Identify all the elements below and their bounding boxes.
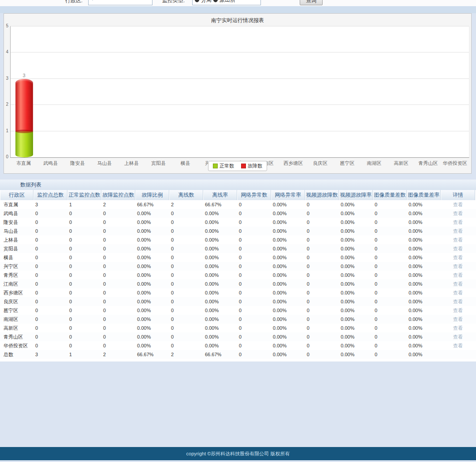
row-name-cell: 总数 [0,350,33,359]
value-cell: 0 [67,235,101,244]
bar-segment-junction [15,130,33,133]
x-axis-label: 武鸣县 [37,160,64,167]
detail-view-link[interactable]: 查看 [453,237,463,242]
value-cell: 0 [305,227,339,235]
detail-view-link[interactable]: 查看 [453,202,463,207]
value-cell: 0 [373,271,407,279]
value-cell: 0.00% [135,324,169,332]
row-name-cell: 良庆区 [0,297,33,306]
value-cell: 0.00% [271,200,305,209]
value-cell: 0.00% [407,341,441,350]
value-cell: 0.00% [135,341,169,350]
table-row: 高新区0000.00%00.00%00.00%00.00%00.00%查看 [0,324,476,332]
value-cell: 0 [237,306,271,315]
value-cell: 0 [237,271,271,279]
region-select[interactable] [88,0,152,5]
value-cell: 0.00% [271,279,305,288]
value-cell: 0.00% [135,244,169,253]
row-name-cell: 西乡塘区 [0,288,33,297]
column-header: 故障监控点数 [101,190,135,200]
value-cell: 0.00% [407,244,441,253]
value-cell: 0 [67,262,101,271]
value-cell: 0 [373,227,407,235]
value-cell: 0.00% [271,332,305,341]
table-row: 西乡塘区0000.00%00.00%00.00%00.00%00.00%查看 [0,288,476,297]
value-cell: 0 [305,341,339,350]
table-row: 良庆区0000.00%00.00%00.00%00.00%00.00%查看 [0,297,476,306]
table-row: 邕宁区0000.00%00.00%00.00%00.00%00.00%查看 [0,306,476,315]
value-cell: 0 [101,253,135,262]
value-cell: 0 [169,315,203,324]
detail-view-link[interactable]: 查看 [453,246,463,251]
x-axis-label: 横县 [172,160,199,167]
table-header-row: 行政区监控点总数正常监控点数故障监控点数故障比例离线数离线率网络异常数网络异常率… [0,190,476,200]
value-cell: 0 [305,235,339,244]
chart-plot: 3 [10,26,469,158]
detail-view-link[interactable]: 查看 [453,228,463,234]
type-field[interactable]: 分局 派出所 [192,0,261,5]
detail-view-link[interactable]: 查看 [453,290,463,295]
detail-view-link[interactable]: 查看 [453,211,463,216]
value-cell: 0 [33,288,67,297]
chart-panel: 南宁实时运行情况报表 012345 3 市直属武鸣县隆安县马山县上林县宾阳县横县… [4,13,472,174]
value-cell: 0 [237,288,271,297]
detail-view-link[interactable]: 查看 [453,255,463,260]
detail-view-link[interactable]: 查看 [453,264,463,269]
value-cell: 0 [33,244,67,253]
x-axis-label: 宾阳县 [145,160,172,167]
value-cell: 0 [305,350,339,359]
detail-view-link[interactable]: 查看 [453,317,463,322]
column-header: 正常监控点数 [67,190,101,200]
value-cell: 0 [101,218,135,227]
detail-view-link[interactable]: 查看 [453,281,463,287]
value-cell: 0.00% [271,262,305,271]
type-option-2[interactable]: 派出所 [219,0,235,4]
x-axis-label: 良庆区 [307,160,334,167]
detail-view-link[interactable]: 查看 [453,334,463,339]
value-cell: 0 [67,209,101,218]
detail-view-link[interactable]: 查看 [453,343,463,348]
value-cell: 0.00% [135,262,169,271]
detail-view-link[interactable]: 查看 [453,299,463,304]
detail-cell: 查看 [441,262,475,271]
value-cell: 0.00% [339,209,373,218]
table-row: 马山县0000.00%00.00%00.00%00.00%00.00%查看 [0,227,476,235]
value-cell: 2 [101,350,135,359]
value-cell: 0 [169,341,203,350]
detail-view-link[interactable]: 查看 [453,220,463,225]
value-cell: 0 [237,315,271,324]
value-cell: 0.00% [203,244,237,253]
detail-cell: 查看 [441,306,475,315]
detail-view-link[interactable]: 查看 [453,308,463,313]
detail-view-link[interactable]: 查看 [453,325,463,331]
value-cell: 0.00% [271,324,305,332]
radio-icon[interactable] [213,0,218,2]
type-option-1[interactable]: 分局 [201,0,212,4]
legend-swatch-icon [213,164,218,168]
value-cell: 0.00% [407,288,441,297]
value-cell: 1 [67,200,101,209]
value-cell: 0.00% [339,200,373,209]
value-cell: 0 [373,332,407,341]
value-cell: 0.00% [203,288,237,297]
detail-view-link[interactable]: 查看 [453,272,463,278]
search-button[interactable]: 查询 [300,0,323,5]
value-cell: 0 [33,297,67,306]
value-cell: 0 [33,262,67,271]
value-cell: 0 [101,227,135,235]
radio-icon[interactable] [195,0,199,2]
value-cell: 0 [237,200,271,209]
detail-cell: 查看 [441,324,475,332]
value-cell: 2 [101,200,135,209]
table-row: 华侨投资区0000.00%00.00%00.00%00.00%00.00%查看 [0,341,476,350]
value-cell: 66.67% [203,350,237,359]
value-cell: 0.00% [135,209,169,218]
value-cell: 0.00% [407,235,441,244]
value-cell: 0 [373,253,407,262]
x-axis-label: 邕宁区 [334,160,361,167]
value-cell: 0 [33,235,67,244]
value-cell: 0.00% [271,350,305,359]
detail-cell: 查看 [441,209,475,218]
footer: copyright ©苏州科达科技股份有限公司 版权所有 [0,447,476,460]
value-cell: 0.00% [135,253,169,262]
